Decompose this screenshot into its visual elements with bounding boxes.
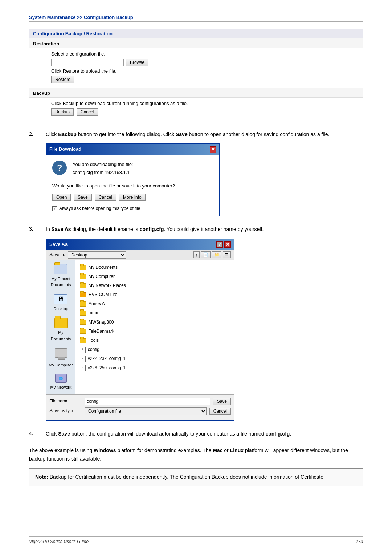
- toolbar-new-folder-btn[interactable]: 📁: [212, 251, 221, 258]
- windows-bold: Windows: [94, 447, 116, 453]
- save-as-close-btn[interactable]: ✕: [224, 241, 231, 248]
- save-as-cancel-btn[interactable]: Cancel: [209, 408, 231, 415]
- recent-label: My RecentDocuments: [51, 276, 71, 288]
- restore-button[interactable]: Restore: [51, 76, 74, 83]
- always-ask-checkbox[interactable]: ✓: [52, 206, 57, 211]
- folder-icon-my-network: [80, 283, 86, 288]
- file-download-title: File Download: [49, 146, 81, 153]
- cancel-button-dialog[interactable]: Cancel: [95, 194, 116, 201]
- file-item-my-documents[interactable]: My Documents: [78, 263, 231, 272]
- file-item-v2k6[interactable]: ≡ v2k6_250_config_1: [78, 364, 231, 372]
- save-in-label: Save in:: [49, 251, 65, 258]
- file-item-my-computer[interactable]: My Computer: [78, 272, 231, 281]
- savetype-select[interactable]: Configuration file: [85, 407, 207, 415]
- more-info-button[interactable]: More Info: [119, 194, 146, 201]
- step-2-bold1: Backup: [58, 131, 77, 137]
- file-name-v2k6: v2k6_250_config_1: [88, 365, 126, 372]
- restoration-body: Select a configuration file. Browse Clic…: [29, 48, 363, 88]
- save-as-titlebar: Save As ? ✕: [46, 239, 234, 250]
- file-download-titlebar: File Download ✕: [46, 144, 219, 155]
- file-name-my-network: My Network Places: [89, 282, 126, 289]
- step-4-bold2: config.cfg: [265, 431, 290, 437]
- browse-button[interactable]: Browse: [126, 59, 148, 66]
- sidebar-desktop[interactable]: 🖥 Desktop: [53, 294, 68, 312]
- my-network-label: My Network: [50, 384, 71, 391]
- step-4-text: Click Save button, the configuration wil…: [46, 430, 363, 438]
- config-panel-title: Configuration Backup / Restoration: [29, 29, 363, 38]
- file-name-tools: Tools: [89, 337, 99, 344]
- toolbar-views-btn[interactable]: ☰: [223, 251, 231, 258]
- folder-icon-mmm: [80, 311, 86, 316]
- step-2-text: Click Backup button to get into the foll…: [46, 130, 363, 216]
- sidebar-recent[interactable]: My RecentDocuments: [51, 264, 71, 288]
- doc-icon-config: ≡: [80, 347, 86, 353]
- step-4: 4. Click Save button, the configuration …: [29, 430, 363, 438]
- network-icon: 🌐: [55, 374, 67, 383]
- folder-icon-teledenmark: [80, 329, 86, 334]
- cancel-button[interactable]: Cancel: [77, 108, 98, 116]
- my-docs-label: My Documents: [48, 329, 74, 342]
- step-3: 3. In Save As dialog, the default filena…: [29, 225, 363, 421]
- backup-button[interactable]: Backup: [51, 108, 74, 116]
- note-text: Backup for Certification must be done in…: [48, 474, 325, 480]
- file-item-teledenmark[interactable]: TeleDanmark: [78, 327, 231, 336]
- file-item-annexa[interactable]: Annex A: [78, 300, 231, 308]
- open-button[interactable]: Open: [52, 194, 71, 201]
- filename-input[interactable]: [85, 398, 210, 405]
- toolbar-back-btn[interactable]: ↑: [193, 251, 200, 258]
- note-label: Note:: [35, 474, 48, 480]
- question-icon: ?: [52, 161, 67, 175]
- save-in-select[interactable]: Desktop: [68, 251, 126, 259]
- file-download-dialog: File Download ✕ ? You are downloading th…: [46, 143, 220, 216]
- filename-label: File name:: [49, 398, 82, 405]
- mac-bold: Mac: [213, 447, 222, 453]
- file-item-mwsnap[interactable]: MWSnap300: [78, 318, 231, 327]
- step-2-num: 2.: [29, 130, 40, 137]
- step-2: 2. Click Backup button to get into the f…: [29, 130, 363, 216]
- config-file-input[interactable]: [51, 59, 124, 66]
- step-4-num: 4.: [29, 430, 40, 436]
- save-as-dialog: Save As ? ✕ Save in: Desktop ↑ 📄 📁 ☰: [46, 239, 234, 421]
- folder-icon-annexa: [80, 301, 86, 307]
- sidebar-my-network[interactable]: 🌐 My Network: [50, 374, 71, 391]
- file-name-v2k2: v2k2_232_config_1: [88, 355, 126, 362]
- file-item-my-network[interactable]: My Network Places: [78, 281, 231, 290]
- sidebar-my-docs[interactable]: My Documents: [48, 318, 74, 342]
- download-question: Would you like to open the file or save …: [52, 182, 213, 190]
- file-download-close-btn[interactable]: ✕: [210, 146, 216, 153]
- my-computer-label: My Computer: [49, 362, 73, 369]
- file-name-mwsnap: MWSnap300: [89, 319, 114, 326]
- savetype-label: Save as type:: [49, 408, 82, 414]
- file-item-rvs[interactable]: RVS-COM Lite: [78, 291, 231, 299]
- toolbar-up-btn[interactable]: 📄: [201, 251, 211, 258]
- file-item-tools[interactable]: Tools: [78, 336, 231, 345]
- save-as-save-btn[interactable]: Save: [213, 398, 231, 405]
- file-name-annexa: Annex A: [89, 300, 105, 307]
- savetype-row: Save as type: Configuration file Cancel: [49, 407, 231, 415]
- file-item-v2k2[interactable]: ≡ v2k2_232_config_1: [78, 355, 231, 363]
- step-4-bold1: Save: [58, 431, 70, 437]
- recent-icon: [54, 264, 67, 274]
- save-as-help-btn[interactable]: ?: [216, 241, 223, 248]
- file-item-config[interactable]: ≡ config: [78, 345, 231, 354]
- folder-icon-my-documents: [80, 265, 86, 270]
- save-as-toolbar: Save in: Desktop ↑ 📄 📁 ☰: [46, 250, 234, 260]
- breadcrumb: System Maintenance >> Configuration Back…: [29, 15, 363, 22]
- restoration-line2: Click Restore to upload the file.: [51, 68, 359, 74]
- backup-body: Click Backup to download current running…: [29, 98, 363, 120]
- file-name-config: config: [88, 346, 99, 353]
- save-button[interactable]: Save: [74, 194, 91, 201]
- file-item-mmm[interactable]: mmm: [78, 309, 231, 317]
- file-name-my-documents: My Documents: [89, 264, 118, 271]
- doc-icon-v2k2: ≡: [80, 356, 86, 362]
- note-box: Note: Backup for Certification must be d…: [29, 468, 363, 486]
- download-line1: You are downloading the file:: [73, 161, 133, 169]
- sidebar-my-computer[interactable]: My Computer: [49, 348, 73, 369]
- save-as-bottom: File name: Save Save as type: Configurat…: [46, 394, 234, 420]
- step-3-text: In Save As dialog, the default filename …: [46, 225, 363, 421]
- desktop-icon: 🖥: [54, 294, 67, 304]
- save-as-file-list: My Documents My Computer My Network Plac…: [75, 260, 234, 394]
- save-as-main: My RecentDocuments 🖥 Desktop My Document…: [46, 260, 234, 394]
- folder-icon-mwsnap: [80, 320, 86, 325]
- download-buttons: Open Save Cancel More Info: [52, 194, 213, 201]
